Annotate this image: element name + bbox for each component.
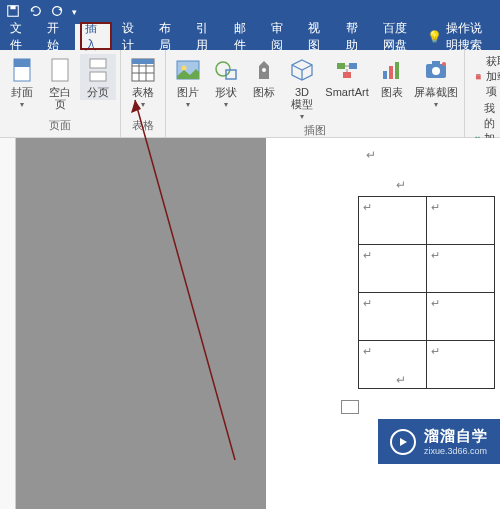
svg-rect-1 [10,5,15,9]
icons-icon [250,56,278,84]
chevron-down-icon: ▾ [300,112,304,121]
cover-page-icon [8,56,36,84]
get-addons-button[interactable]: 获取加载项 [475,54,500,99]
pictures-button[interactable]: 图片 ▾ [170,54,206,111]
ribbon-group-tables: 表格 ▾ 表格 [121,50,166,137]
document-table[interactable]: ↵ ↵ ↵ ↵ ↵ ↵ ↵ ↵ [358,196,495,389]
table-row: ↵ ↵ [359,245,495,293]
chart-button[interactable]: 图表 [374,54,410,100]
3d-models-button[interactable]: 3D 模型 ▾ [284,54,320,123]
table-cell[interactable]: ↵ [427,245,495,293]
svg-point-28 [442,62,446,66]
chevron-down-icon: ▾ [224,100,228,109]
table-row: ↵ ↵ [359,293,495,341]
save-icon[interactable] [6,4,20,21]
table-cell[interactable]: ↵ [359,197,427,245]
paragraph-mark: ↵ [396,373,406,387]
menu-baidu[interactable]: 百度网盘 [373,24,428,50]
menu-mailings[interactable]: 邮件 [224,24,261,50]
svg-rect-23 [389,66,393,79]
pictures-icon [174,56,202,84]
watermark-url: zixue.3d66.com [424,446,488,456]
table-cell[interactable]: ↵ [359,341,427,389]
menu-file[interactable]: 文件 [0,24,37,50]
svg-rect-27 [432,61,440,65]
paragraph-mark: ↵ [366,148,376,162]
blank-page-button[interactable]: 空白页 [42,54,78,112]
tellme-bulb-icon: 💡 [427,30,442,44]
svg-rect-20 [349,63,357,69]
svg-rect-7 [90,72,106,81]
svg-rect-24 [395,62,399,79]
menu-review[interactable]: 审阅 [261,24,298,50]
screenshot-icon [422,56,450,84]
chevron-down-icon: ▾ [20,100,24,109]
chevron-down-icon: ▾ [141,100,145,109]
text-cursor-indicator [341,400,359,414]
svg-rect-19 [337,63,345,69]
table-row: ↵ ↵ [359,197,495,245]
watermark: 溜溜自学 zixue.3d66.com [378,419,500,464]
svg-rect-13 [132,59,154,64]
table-cell[interactable]: ↵ [359,293,427,341]
menu-design[interactable]: 设计 [112,24,149,50]
menubar: 文件 开始 插入 设计 布局 引用 邮件 审阅 视图 帮助 百度网盘 💡 操作说… [0,24,500,50]
svg-rect-21 [343,72,351,78]
ribbon-group-pages: 封面 ▾ 空白页 分页 页面 [0,50,121,137]
table-cell[interactable]: ↵ [427,341,495,389]
ribbon-group-illustrations: 图片 ▾ 形状 ▾ 图标 3D 模型 ▾ [166,50,465,137]
table-cell[interactable]: ↵ [427,293,495,341]
page-break-icon [84,56,112,84]
watermark-title: 溜溜自学 [424,427,488,446]
redo-icon[interactable] [50,4,64,21]
svg-point-16 [216,62,230,76]
svg-rect-29 [476,75,481,79]
table-row: ↵ ↵ [359,341,495,389]
customize-qat-icon[interactable]: ▾ [72,7,77,17]
play-icon [390,429,416,455]
menu-help[interactable]: 帮助 [336,24,373,50]
blank-page-icon [46,56,74,84]
document-margin [16,138,266,509]
menu-insert[interactable]: 插入 [75,24,112,50]
ribbon: 封面 ▾ 空白页 分页 页面 [0,50,500,138]
group-label-tables: 表格 [125,118,161,135]
svg-rect-5 [52,59,68,81]
chart-icon [378,56,406,84]
shapes-icon [212,56,240,84]
svg-point-15 [182,66,187,71]
undo-icon[interactable] [28,4,42,21]
table-button[interactable]: 表格 ▾ [125,54,161,111]
screenshot-button[interactable]: 屏幕截图 ▾ [412,54,460,111]
vertical-ruler [0,138,16,509]
svg-point-26 [432,67,440,75]
cube-3d-icon [288,56,316,84]
shapes-button[interactable]: 形状 ▾ [208,54,244,111]
ribbon-group-addons: 获取加载项 我的加载项 ▾ 加载项 [465,50,500,137]
svg-point-18 [262,68,266,72]
chevron-down-icon: ▾ [186,100,190,109]
menu-references[interactable]: 引用 [186,24,223,50]
paragraph-mark: ↵ [396,178,406,192]
menu-view[interactable]: 视图 [298,24,335,50]
smartart-button[interactable]: SmartArt [322,54,372,100]
svg-rect-6 [90,59,106,68]
table-cell[interactable]: ↵ [359,245,427,293]
table-icon [129,56,157,84]
svg-rect-22 [383,71,387,79]
page-break-button[interactable]: 分页 [80,54,116,100]
store-icon [475,70,482,84]
cover-page-button[interactable]: 封面 ▾ [4,54,40,111]
menu-layout[interactable]: 布局 [149,24,186,50]
menu-home[interactable]: 开始 [37,24,74,50]
group-label-pages: 页面 [4,118,116,135]
chevron-down-icon: ▾ [434,100,438,109]
menu-tellme[interactable]: 操作说明搜索 [446,20,500,54]
table-cell[interactable]: ↵ [427,197,495,245]
svg-rect-4 [14,59,30,67]
smartart-icon [333,56,361,84]
icons-button[interactable]: 图标 [246,54,282,100]
